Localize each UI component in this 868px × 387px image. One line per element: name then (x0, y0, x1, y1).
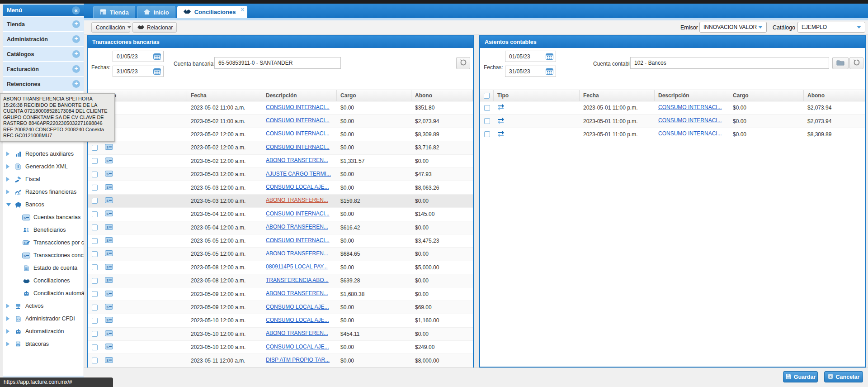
calendar-icon[interactable] (546, 53, 553, 60)
descripcion-link[interactable]: CONSUMO INTERNACI... (658, 104, 722, 110)
descripcion-link[interactable]: CONSUMO INTERNACI... (266, 104, 330, 110)
column-header-fecha[interactable]: Fecha (580, 90, 655, 101)
column-header-descripcion[interactable]: Descripción (655, 90, 729, 101)
row-checkbox[interactable] (92, 264, 98, 270)
calendar-icon[interactable] (546, 68, 553, 75)
descripcion-link[interactable]: CONSUMO INTERNACI... (658, 117, 722, 124)
column-header-descripcion[interactable]: Descripción (262, 90, 337, 101)
tree-item[interactable]: Conciliación automá (3, 287, 84, 300)
row-checkbox[interactable] (92, 198, 98, 204)
table-row[interactable]: $ 2023-05-02 12:00 a.m. CONSUMO INTERNAC… (88, 141, 473, 154)
row-checkbox[interactable] (92, 145, 98, 151)
tab-conciliaciones[interactable]: Conciliaciones × (177, 6, 248, 18)
table-row[interactable]: $ 2023-05-08 12:00 a.m. 0809114P5 LOCAL … (88, 261, 473, 274)
tree-item[interactable]: Estado de cuenta (3, 262, 84, 274)
row-checkbox[interactable] (484, 118, 490, 124)
transfer-icon[interactable] (497, 105, 505, 112)
row-checkbox[interactable] (92, 331, 98, 337)
table-row[interactable]: $ 2023-05-09 12:00 a.m. CONSUMO LOCAL AJ… (88, 301, 473, 314)
column-header-fecha[interactable]: Fecha (187, 90, 262, 101)
table-row[interactable]: 2023-05-01 11:00 p.m. CONSUMO INTERNACI.… (480, 101, 865, 115)
tab-tienda[interactable]: Tienda (93, 6, 135, 18)
sidebar-section[interactable]: Facturación + (3, 62, 84, 76)
collapse-sidebar-icon[interactable]: « (72, 6, 80, 14)
tree-item[interactable]: <> Administrador CFDI (3, 312, 84, 325)
expander-icon[interactable] (6, 329, 14, 334)
tree-item[interactable]: Reportes auxiliares (3, 148, 84, 160)
table-row[interactable]: $ 2023-05-10 12:00 a.m. CONSUMO LOCAL AJ… (88, 341, 473, 354)
descripcion-link[interactable]: CONSUMO INTERNACI... (266, 210, 330, 217)
table-row[interactable]: $ 2023-05-10 12:00 a.m. ABONO TRANSFEREN… (88, 328, 473, 341)
row-checkbox[interactable] (92, 305, 98, 311)
table-row[interactable]: $ 2023-05-11 12:00 a.m. DISP ATM PROPIO … (88, 354, 473, 367)
descripcion-link[interactable]: TRANSFERENCIA ABO... (266, 277, 329, 283)
cuenta-bancaria-input[interactable]: 65-50853911-0 - SANTANDER (214, 57, 341, 69)
expand-plus-icon[interactable]: + (72, 50, 80, 58)
table-row[interactable]: $ 2023-05-03 12:00 a.m. ABONO TRANSFEREN… (88, 195, 473, 208)
row-checkbox[interactable] (92, 211, 98, 217)
column-header-abono[interactable]: Abono (411, 90, 473, 101)
tree-item[interactable]: Beneficiarios (3, 224, 84, 236)
tree-item[interactable]: Fiscal (3, 173, 84, 186)
table-row[interactable]: 2023-05-01 11:00 p.m. CONSUMO INTERNACI.… (480, 128, 865, 141)
descripcion-link[interactable]: CONSUMO LOCAL AJE... (266, 317, 329, 323)
sidebar-section[interactable]: Administración + (3, 32, 84, 46)
descripcion-link[interactable]: AJUSTE CARGO TERMI... (266, 171, 331, 177)
table-row[interactable]: $ 2023-05-08 12:00 a.m. TRANSFERENCIA AB… (88, 274, 473, 287)
browse-account-button[interactable] (832, 57, 849, 69)
descripcion-link[interactable]: CONSUMO INTERNACI... (266, 144, 330, 150)
tree-item[interactable]: Bancos (3, 198, 84, 211)
descripcion-link[interactable]: CONSUMO LOCAL AJE... (266, 304, 329, 310)
row-checkbox[interactable] (92, 278, 98, 284)
descripcion-link[interactable]: CONSUMO INTERNACI... (658, 130, 722, 137)
tree-item[interactable]: Conciliaciones (3, 274, 84, 287)
transfer-icon[interactable] (497, 119, 505, 125)
column-header-abono[interactable]: Abono (804, 90, 865, 101)
descripcion-link[interactable]: ABONO TRANSFEREN... (266, 330, 328, 336)
fecha-desde-input[interactable]: 01/05/23 (505, 51, 556, 62)
refresh-button[interactable] (849, 57, 863, 69)
expander-icon[interactable] (6, 177, 14, 182)
calendar-icon[interactable] (153, 53, 161, 60)
expander-icon[interactable] (6, 203, 14, 206)
fecha-desde-input[interactable]: 01/05/23 (113, 51, 164, 62)
descripcion-link[interactable]: ABONO TRANSFEREN... (266, 290, 328, 296)
tree-item[interactable]: Razones financieras (3, 186, 84, 198)
column-header-cargo[interactable]: Cargo (337, 90, 411, 101)
cuenta-contable-input[interactable]: 102 - Bancos (630, 57, 829, 69)
transfer-icon[interactable] (497, 132, 505, 139)
expander-icon[interactable] (6, 152, 14, 156)
expander-icon[interactable] (6, 164, 14, 169)
column-header-tipo[interactable]: Tipo (494, 90, 580, 101)
descripcion-link[interactable]: CONSUMO INTERNACI... (266, 130, 330, 137)
descripcion-link[interactable]: CONSUMO INTERNACI... (266, 237, 330, 244)
row-checkbox[interactable] (484, 105, 490, 111)
fecha-hasta-input[interactable]: 31/05/23 (113, 66, 164, 77)
row-checkbox[interactable] (92, 251, 98, 257)
sidebar-section[interactable]: Catálogos + (3, 47, 84, 61)
expand-plus-icon[interactable]: + (72, 80, 80, 88)
table-row[interactable]: $ 2023-05-10 12:00 a.m. CONSUMO LOCAL AJ… (88, 314, 473, 327)
descripcion-link[interactable]: ABONO TRANSFEREN... (266, 157, 328, 163)
close-tab-icon[interactable]: × (241, 7, 244, 12)
select-all-checkbox[interactable] (484, 93, 490, 99)
expander-icon[interactable] (6, 304, 14, 308)
tree-item[interactable]: Generación XML (3, 160, 84, 173)
descripcion-link[interactable]: CONSUMO LOCAL AJE... (266, 344, 329, 350)
row-checkbox[interactable] (484, 131, 490, 137)
table-row[interactable]: 2023-05-01 11:00 p.m. CONSUMO INTERNACI.… (480, 115, 865, 128)
tree-item[interactable]: Automatización (3, 325, 84, 338)
table-row[interactable]: $ 2023-05-03 12:00 a.m. CONSUMO LOCAL AJ… (88, 181, 473, 194)
expander-icon[interactable] (6, 342, 14, 346)
guardar-button[interactable]: Guardar (783, 371, 818, 382)
table-row[interactable]: $ 2023-05-04 12:00 a.m. ABONO TRANSFEREN… (88, 221, 473, 234)
row-checkbox[interactable] (92, 158, 98, 164)
table-row[interactable]: $ 2023-05-02 12:00 a.m. ABONO TRANSFEREN… (88, 155, 473, 168)
row-checkbox[interactable] (92, 344, 98, 350)
descripcion-link[interactable]: ABONO TRANSFEREN... (266, 250, 328, 257)
row-checkbox[interactable] (92, 172, 98, 177)
expander-icon[interactable] (6, 190, 14, 194)
tree-item[interactable]: $ Transacciones por c (3, 236, 84, 249)
conciliacion-menu-button[interactable]: Conciliación (91, 22, 130, 33)
descripcion-link[interactable]: ABONO TRANSFEREN... (266, 224, 328, 230)
